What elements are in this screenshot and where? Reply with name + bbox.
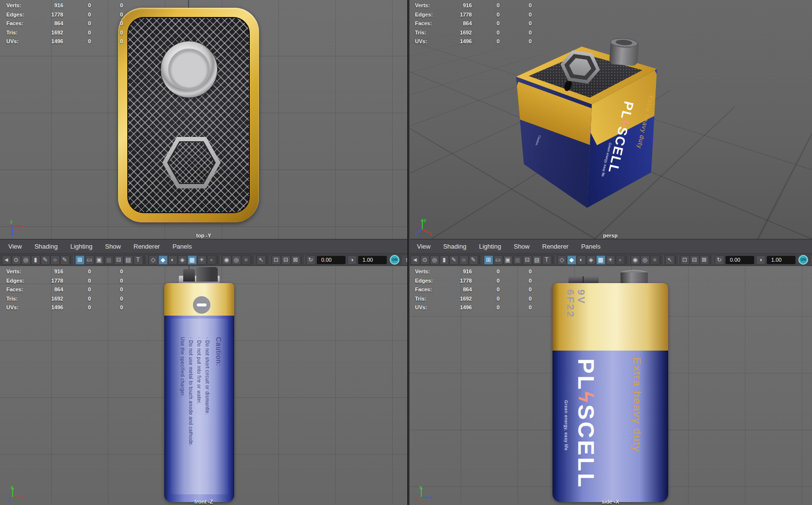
lights-icon[interactable]: ☀ <box>197 255 207 265</box>
camera-attributes-icon[interactable]: ◎ <box>430 255 439 265</box>
shaded-cube-icon[interactable]: ◆ <box>158 255 168 265</box>
hud-stat-col1: 0 <box>497 38 500 44</box>
field-chart-icon[interactable]: ⊟ <box>523 255 532 265</box>
menu-panels[interactable]: Panels <box>166 243 198 250</box>
field-chart-icon[interactable]: ⊟ <box>114 255 123 265</box>
exposure-input[interactable]: 0.00 <box>726 256 754 264</box>
gamma-input[interactable]: 1.00 <box>767 256 795 264</box>
gamma-input[interactable]: 1.00 <box>358 256 387 264</box>
toolbar-separator <box>675 255 679 264</box>
viewport-persp[interactable]: Caution: 9V6F22 PLϟSCELL Extra heavy dut… <box>409 0 812 239</box>
bookmark-icon[interactable]: ▮ <box>31 255 40 265</box>
snapshot-wipe-icon[interactable]: ⊠ <box>700 255 709 265</box>
grid-icon[interactable]: ⊞ <box>484 255 493 265</box>
exposure-refresh-icon[interactable]: ↻ <box>306 255 315 265</box>
grease-pencil-icon[interactable]: ✎ <box>60 255 69 265</box>
hud-stat-col2: 0 <box>120 269 123 274</box>
menu-panels[interactable]: Panels <box>575 243 607 250</box>
grease-pencil-icon[interactable]: ✎ <box>469 255 478 265</box>
camera-attributes-icon[interactable]: ◎ <box>21 255 31 265</box>
wireframe-on-shaded-icon[interactable]: ▦ <box>188 255 197 265</box>
toolbar-separator <box>70 255 74 264</box>
ambient-occlusion-icon[interactable]: ◉ <box>631 255 640 265</box>
viewport-top[interactable]: Verts: 916 0 0 Edges: 1778 0 0 Faces: 86… <box>0 0 407 239</box>
gate-mask-icon[interactable]: ▩ <box>513 255 522 265</box>
exposure-refresh-icon[interactable]: ↻ <box>715 255 724 265</box>
snapshot-copy-icon[interactable]: ⊡ <box>272 255 281 265</box>
menu-lighting[interactable]: Lighting <box>64 243 99 250</box>
lights-icon[interactable]: ☀ <box>606 255 615 265</box>
menu-lighting[interactable]: Lighting <box>473 243 508 250</box>
hud-stat-label: Tris: <box>415 30 426 35</box>
renderer-preview-icon[interactable]: ■ <box>242 255 251 265</box>
resolution-gate-icon[interactable]: ▣ <box>95 255 104 265</box>
wireframe-on-shaded-icon[interactable]: ▦ <box>596 255 605 265</box>
image-plane-icon[interactable]: ✎ <box>41 255 50 265</box>
poly-count-hud: Verts: 916 0 0 Edges: 1778 0 0 Faces: 86… <box>0 266 136 314</box>
material-cube-icon[interactable]: ◈ <box>178 255 187 265</box>
motion-blur-icon[interactable]: ◎ <box>640 255 650 265</box>
snapshot-wipe-icon[interactable]: ⊠ <box>291 255 300 265</box>
safe-title-icon[interactable]: T <box>134 255 143 265</box>
wireframe-cube-icon[interactable]: ◇ <box>557 255 567 265</box>
shaded-cube-icon[interactable]: ◆ <box>567 255 576 265</box>
textured-sphere-icon[interactable]: ◐ <box>577 255 586 265</box>
viewport-side[interactable]: 9V6F22 PLϟSCELL Extra heavy duty Green e… <box>409 266 812 505</box>
renderer-preview-icon[interactable]: ■ <box>650 255 659 265</box>
menu-renderer[interactable]: Renderer <box>536 243 575 250</box>
safe-title-icon[interactable]: T <box>542 255 552 265</box>
color-management-toggle[interactable]: ON <box>390 255 399 265</box>
exposure-input[interactable]: 0.00 <box>317 256 346 264</box>
isolate-select-icon[interactable]: ↖ <box>257 255 266 265</box>
snapshot-paste-icon[interactable]: ⊟ <box>281 255 291 265</box>
gamma-contrast-icon[interactable]: ◑ <box>347 255 357 265</box>
safe-action-icon[interactable]: ▤ <box>533 255 542 265</box>
bookmark-icon[interactable]: ▮ <box>440 255 449 265</box>
caution-line: · Do not short circuit or dismantle. <box>205 337 210 502</box>
menu-view[interactable]: View <box>411 243 437 250</box>
motion-blur-icon[interactable]: ◎ <box>232 255 241 265</box>
isolate-select-icon[interactable]: ↖ <box>665 255 674 265</box>
snapshot-paste-icon[interactable]: ⊟ <box>690 255 699 265</box>
camera-icon[interactable]: ◄ <box>2 255 11 265</box>
hud-stat-label: Edges: <box>6 278 24 284</box>
camera-lock-icon[interactable]: ⊙ <box>420 255 430 265</box>
menu-renderer[interactable]: Renderer <box>127 243 166 250</box>
textured-sphere-icon[interactable]: ◐ <box>168 255 177 265</box>
panel-toolbar: ◄⊙◎▮✎○✎ ⊞▭▣▩⊟▤T ◇◆◐◈▦☀● ◉◎■ ↖ ⊡⊟⊠ ↻ 0.00… <box>0 253 407 266</box>
menu-show[interactable]: Show <box>507 243 536 250</box>
svg-text:x: x <box>21 224 23 229</box>
image-plane-icon[interactable]: ✎ <box>449 255 459 265</box>
film-gate-icon[interactable]: ▭ <box>85 255 94 265</box>
shadows-icon[interactable]: ● <box>207 255 216 265</box>
menu-show[interactable]: Show <box>99 243 127 250</box>
hud-row: Verts: 916 0 0 <box>0 269 136 278</box>
poly-count-hud: Verts: 916 0 0 Edges: 1778 0 0 Faces: 86… <box>409 266 545 314</box>
hud-stat-value: 1496 <box>433 38 472 44</box>
ambient-occlusion-icon[interactable]: ◉ <box>222 255 231 265</box>
viewport-front[interactable]: Caution: · Do not short circuit or disma… <box>0 266 407 505</box>
shadows-icon[interactable]: ● <box>616 255 625 265</box>
toolbar-separator <box>660 255 664 264</box>
hud-stat-value: 916 <box>433 269 472 274</box>
menu-shading[interactable]: Shading <box>437 243 473 250</box>
camera-lock-icon[interactable]: ⊙ <box>12 255 21 265</box>
colorspace-dropdown[interactable]: sRGB gamm <box>402 255 407 265</box>
snapshot-copy-icon[interactable]: ⊡ <box>680 255 690 265</box>
wireframe-cube-icon[interactable]: ◇ <box>149 255 158 265</box>
menu-view[interactable]: View <box>2 243 28 250</box>
safe-action-icon[interactable]: ▤ <box>124 255 133 265</box>
svg-text:y: y <box>424 218 426 222</box>
gate-mask-icon[interactable]: ▩ <box>104 255 114 265</box>
film-gate-icon[interactable]: ▭ <box>494 255 503 265</box>
camera-icon[interactable]: ◄ <box>411 255 420 265</box>
resolution-gate-icon[interactable]: ▣ <box>503 255 513 265</box>
pan-zoom-2d-icon[interactable]: ○ <box>51 255 60 265</box>
grid-icon[interactable]: ⊞ <box>75 255 85 265</box>
panel-divider[interactable] <box>407 0 410 505</box>
material-cube-icon[interactable]: ◈ <box>587 255 596 265</box>
color-management-toggle[interactable]: ON <box>798 255 808 265</box>
pan-zoom-2d-icon[interactable]: ○ <box>459 255 468 265</box>
gamma-contrast-icon[interactable]: ◑ <box>756 255 765 265</box>
menu-shading[interactable]: Shading <box>28 243 64 250</box>
